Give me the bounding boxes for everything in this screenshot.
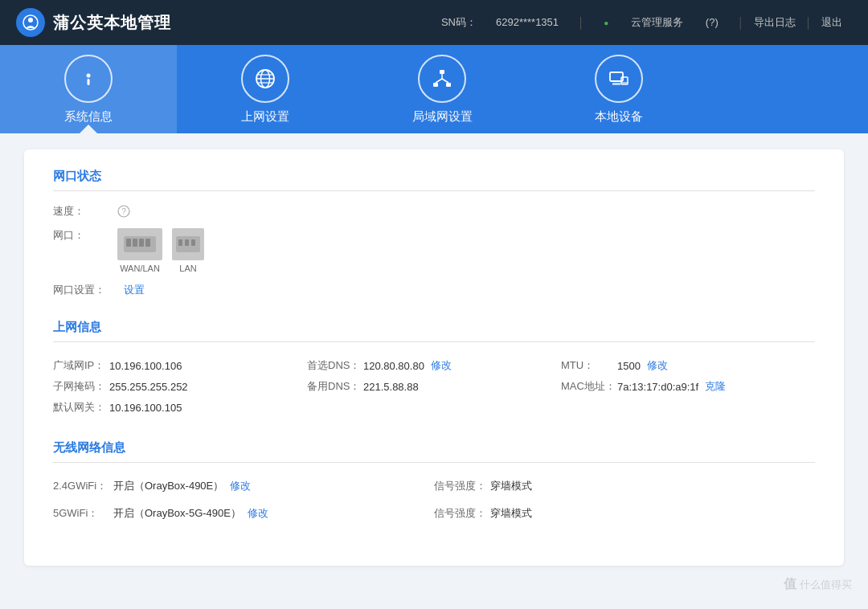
primary-dns-link[interactable]: 修改	[431, 358, 452, 373]
gateway-value: 10.196.100.105	[109, 402, 182, 414]
speed-row: 速度： ?	[53, 204, 815, 219]
cloud-status-icon: ●	[594, 18, 618, 27]
svg-rect-16	[612, 83, 620, 85]
nav-label-internet-settings: 上网设置	[241, 109, 289, 125]
nav-item-lan-settings[interactable]: 局域网设置	[354, 45, 530, 133]
port-settings-label: 网口设置：	[53, 283, 117, 297]
svg-rect-10	[433, 83, 438, 87]
svg-rect-22	[126, 239, 131, 247]
wifi5-modify-link[interactable]: 修改	[248, 506, 268, 521]
wan-ip-value: 10.196.100.106	[109, 360, 182, 372]
wifi24-label: 2.4GWiFi：	[53, 479, 113, 493]
port-status-section: 网口状态 速度： ? 网口：	[53, 169, 815, 297]
system-info-icon-circle	[64, 55, 113, 103]
wifi5-status: 开启（OrayBox-5G-490E）	[113, 506, 241, 521]
app-title: 蒲公英本地管理	[53, 12, 171, 34]
mtu-row: MTU： 1500 修改	[561, 355, 815, 376]
wan-lan-label: WAN/LAN	[120, 264, 160, 273]
svg-point-2	[87, 73, 91, 77]
speed-question-icon[interactable]: ?	[117, 205, 130, 218]
port-label: 网口：	[53, 228, 117, 243]
gateway-row: 默认网关： 10.196.100.105	[53, 397, 307, 418]
header-right: SN码：6292****1351 │ ●云管理服务 (?) │ 导出日志 │ 退…	[422, 15, 852, 30]
svg-rect-28	[185, 239, 189, 246]
mac-label: MAC地址：	[561, 379, 617, 394]
col1: 广域网IP： 10.196.100.106 子网掩码： 255.255.255.…	[53, 355, 307, 418]
svg-point-1	[28, 18, 33, 22]
mtu-link[interactable]: 修改	[647, 358, 668, 373]
wifi24-status: 开启（OrayBox-490E）	[113, 479, 223, 493]
wifi5-label: 5GWiFi：	[53, 506, 113, 521]
wan-ip-row: 广域网IP： 10.196.100.106	[53, 355, 307, 376]
col3: MTU： 1500 修改 MAC地址： 7a:13:17:d0:a9:1f 克隆	[561, 355, 815, 418]
export-log-link[interactable]: 导出日志	[744, 15, 805, 30]
nav-label-system-info: 系统信息	[64, 109, 113, 125]
internet-info-title: 上网信息	[53, 320, 815, 342]
local-devices-icon-circle	[595, 55, 643, 103]
logo-area: 蒲公英本地管理	[16, 8, 171, 37]
primary-dns-value: 120.80.80.80	[363, 360, 424, 372]
port-row: 网口： WAN/LAN	[53, 228, 815, 273]
wifi24-signal-label: 信号强度：	[434, 479, 490, 493]
mtu-value: 1500	[617, 360, 641, 372]
nav-label-local-devices: 本地设备	[595, 109, 643, 125]
wifi5-signal-label: 信号强度：	[434, 506, 490, 521]
speed-label: 速度：	[53, 204, 117, 219]
subnet-row: 子网掩码： 255.255.255.252	[53, 376, 307, 397]
internet-info-section: 上网信息 广域网IP： 10.196.100.106 子网掩码： 255.255…	[53, 320, 815, 418]
wifi24-signal-value: 穿墙模式	[490, 479, 532, 493]
svg-rect-24	[139, 239, 144, 247]
subnet-value: 255.255.255.252	[109, 381, 188, 393]
wifi24-row: 2.4GWiFi： 开启（OrayBox-490E） 修改	[53, 476, 434, 497]
nav-items: 系统信息 上网设置	[0, 45, 707, 133]
port-group: WAN/LAN LAN	[117, 228, 204, 273]
mac-clone-link[interactable]: 克隆	[705, 379, 726, 394]
wifi5-row: 5GWiFi： 开启（OrayBox-5G-490E） 修改	[53, 503, 434, 524]
svg-text:?: ?	[121, 207, 126, 216]
svg-rect-29	[191, 239, 195, 246]
port-settings-row: 网口设置： 设置	[53, 283, 815, 297]
nav-item-local-devices[interactable]: 本地设备	[530, 45, 707, 133]
nav-item-internet-settings[interactable]: 上网设置	[177, 45, 354, 133]
cloud-service-area: ●云管理服务 (?)	[584, 15, 738, 30]
svg-rect-23	[133, 239, 137, 247]
nav-item-system-info[interactable]: 系统信息	[0, 45, 177, 133]
lan-settings-icon-circle	[418, 55, 466, 103]
logo-icon	[16, 8, 45, 37]
mac-row: MAC地址： 7a:13:17:d0:a9:1f 克隆	[561, 376, 815, 397]
svg-rect-3	[88, 79, 90, 85]
app-header: 蒲公英本地管理 SN码：6292****1351 │ ●云管理服务 (?) │ …	[0, 0, 868, 45]
lan-label: LAN	[179, 264, 196, 273]
svg-rect-9	[440, 70, 444, 74]
svg-line-14	[442, 79, 448, 83]
content-card: 网口状态 速度： ? 网口：	[24, 149, 844, 566]
wireless-info-title: 无线网络信息	[53, 440, 815, 463]
wifi24-modify-link[interactable]: 修改	[230, 479, 251, 493]
subnet-label: 子网掩码：	[53, 379, 109, 394]
mac-value: 7a:13:17:d0:a9:1f	[617, 381, 698, 393]
main-navbar: 系统信息 上网设置	[0, 45, 868, 133]
wan-lan-port: WAN/LAN	[117, 228, 162, 273]
secondary-dns-row: 备用DNS： 221.5.88.88	[307, 376, 561, 397]
svg-rect-11	[446, 83, 451, 87]
wifi5-signal-row: 信号强度： 穿墙模式	[434, 503, 815, 524]
svg-rect-25	[145, 239, 150, 247]
wan-ip-label: 广域网IP：	[53, 358, 109, 373]
port-settings-link[interactable]: 设置	[124, 283, 145, 297]
nav-label-lan-settings: 局域网设置	[412, 109, 473, 125]
wireless-info-section: 无线网络信息 2.4GWiFi： 开启（OrayBox-490E） 修改 信号强…	[53, 440, 815, 524]
port-status-title: 网口状态	[53, 169, 815, 191]
secondary-dns-value: 221.5.88.88	[363, 381, 419, 393]
lan-port: LAN	[172, 228, 204, 273]
logout-link[interactable]: 退出	[812, 15, 852, 30]
svg-line-13	[436, 79, 442, 83]
mtu-label: MTU：	[561, 358, 617, 373]
content-area: 网口状态 速度： ? 网口：	[0, 133, 868, 609]
wifi5-signal-value: 穿墙模式	[490, 506, 532, 521]
wifi24-signal-row: 信号强度： 穿墙模式	[434, 476, 815, 497]
primary-dns-label: 首选DNS：	[307, 358, 363, 373]
sn-label: SN码：6292****1351	[422, 15, 578, 30]
internet-settings-icon-circle	[241, 55, 289, 103]
col2: 首选DNS： 120.80.80.80 修改 备用DNS： 221.5.88.8…	[307, 355, 561, 418]
gateway-label: 默认网关：	[53, 400, 109, 415]
